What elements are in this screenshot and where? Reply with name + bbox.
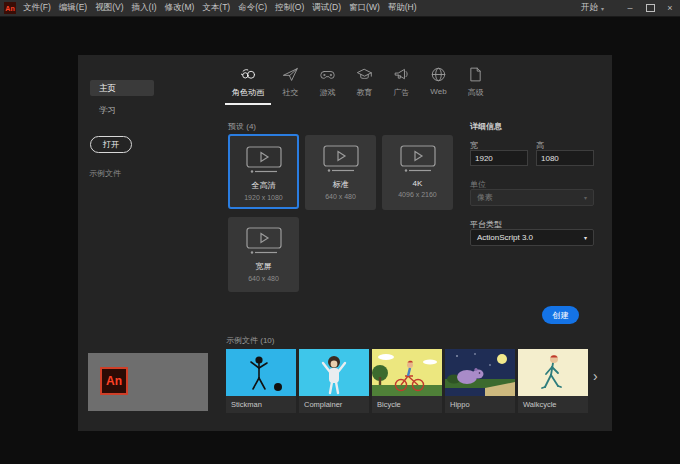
animate-promo-banner[interactable]: An: [88, 353, 208, 411]
video-preset-icon: [398, 144, 438, 174]
tab-label: Web: [430, 87, 446, 96]
tab-label: 教育: [357, 87, 373, 98]
tab-games[interactable]: 游戏: [309, 66, 346, 105]
tab-label: 社交: [283, 87, 299, 98]
next-samples-chevron-icon[interactable]: ›: [593, 368, 598, 384]
menu-item-window[interactable]: 窗口(W): [349, 2, 380, 14]
height-field[interactable]: [536, 150, 594, 166]
units-dropdown[interactable]: 像素 ▾: [470, 189, 594, 206]
menu-item-file[interactable]: 文件(F): [23, 2, 51, 14]
preset-name: 宽屏: [228, 261, 299, 272]
tab-label: 广告: [394, 87, 410, 98]
tab-label: 高级: [468, 87, 484, 98]
tab-advanced[interactable]: 高级: [457, 66, 494, 105]
preset-card-standard[interactable]: 标准 640 x 480: [305, 135, 376, 210]
stickman-thumbnail: [226, 349, 296, 396]
workspace-switcher[interactable]: 开始: [581, 2, 598, 14]
tab-label: 游戏: [320, 87, 336, 98]
platform-value: ActionScript 3.0: [477, 233, 533, 242]
bicycle-thumbnail: [372, 349, 442, 396]
category-tabs: 角色动画 社交 游戏 教育 广告: [224, 66, 494, 105]
samples-header: 示例文件 (10): [226, 335, 274, 346]
units-value: 像素: [477, 192, 493, 203]
hippo-thumbnail: [445, 349, 515, 396]
sidebar-item-home[interactable]: 主页: [90, 80, 154, 96]
title-bar: An 文件(F) 编辑(E) 视图(V) 插入(I) 修改(M) 文本(T) 命…: [0, 0, 680, 17]
globe-icon: [430, 66, 447, 83]
tab-ads[interactable]: 广告: [383, 66, 420, 105]
sample-name: Complainer: [299, 396, 369, 413]
sample-card-stickman[interactable]: Stickman: [226, 349, 296, 413]
chevron-down-icon: ▾: [584, 234, 587, 241]
minimize-button[interactable]: –: [620, 0, 640, 16]
animate-app-icon: An: [4, 2, 16, 14]
character-animation-icon: [240, 66, 257, 83]
paper-plane-icon: [282, 66, 299, 83]
create-button[interactable]: 创建: [542, 306, 579, 324]
sample-card-bicycle[interactable]: Bicycle: [372, 349, 442, 413]
sidebar-item-learn[interactable]: 学习: [99, 105, 116, 117]
platform-dropdown[interactable]: ActionScript 3.0 ▾: [470, 229, 594, 246]
tab-selected-underline: [225, 103, 271, 105]
preset-size: 4096 x 2160: [382, 191, 453, 198]
sample-name: Bicycle: [372, 396, 442, 413]
animate-logo-icon: An: [100, 367, 128, 395]
menu-item-text[interactable]: 文本(T): [202, 2, 230, 14]
menu-item-control[interactable]: 控制(O): [275, 2, 304, 14]
chevron-down-icon: ▾: [601, 5, 604, 12]
preset-size: 640 x 480: [305, 193, 376, 200]
restore-icon: [646, 4, 655, 12]
preset-card-widescreen[interactable]: 宽屏 640 x 480: [228, 217, 299, 292]
preset-card-4k[interactable]: 4K 4096 x 2160: [382, 135, 453, 210]
sidebar-samples-label[interactable]: 示例文件: [89, 168, 121, 179]
width-field[interactable]: [470, 150, 528, 166]
tab-social[interactable]: 社交: [272, 66, 309, 105]
chevron-down-icon: ▾: [584, 194, 587, 201]
menu-item-view[interactable]: 视图(V): [95, 2, 123, 14]
menu-item-modify[interactable]: 修改(M): [165, 2, 195, 14]
video-preset-icon: [321, 144, 361, 174]
sample-name: Stickman: [226, 396, 296, 413]
open-button[interactable]: 打开: [90, 136, 132, 153]
video-preset-icon: [244, 145, 284, 175]
sample-card-hippo[interactable]: Hippo: [445, 349, 515, 413]
sample-name: Hippo: [445, 396, 515, 413]
game-controller-icon: [319, 66, 336, 83]
menu-item-insert[interactable]: 插入(I): [132, 2, 157, 14]
document-icon: [467, 66, 484, 83]
preset-card-fullhd[interactable]: 全高清 1920 x 1080: [228, 134, 299, 209]
home-screen-panel: 主页 学习 打开 示例文件 An 角色动画 社交 游戏: [78, 55, 612, 431]
presets-header: 预设 (4): [228, 121, 256, 132]
menu-item-commands[interactable]: 命令(C): [238, 2, 267, 14]
tab-education[interactable]: 教育: [346, 66, 383, 105]
walkcycle-thumbnail: [518, 349, 588, 396]
tab-label: 角色动画: [232, 87, 264, 98]
preset-name: 全高清: [230, 180, 297, 191]
preset-name: 标准: [305, 179, 376, 190]
tab-web[interactable]: Web: [420, 66, 457, 105]
menu-item-debug[interactable]: 调试(D): [312, 2, 341, 14]
preset-name: 4K: [382, 179, 453, 188]
complainer-thumbnail: [299, 349, 369, 396]
details-title: 详细信息: [470, 121, 502, 132]
preset-size: 1920 x 1080: [230, 194, 297, 201]
sample-card-walkcycle[interactable]: Walkcycle: [518, 349, 588, 413]
sample-name: Walkcycle: [518, 396, 588, 413]
restore-button[interactable]: [640, 0, 660, 17]
tab-character-animation[interactable]: 角色动画: [224, 66, 272, 105]
close-button[interactable]: ×: [660, 0, 680, 16]
preset-size: 640 x 480: [228, 275, 299, 282]
graduation-cap-icon: [356, 66, 373, 83]
sample-card-complainer[interactable]: Complainer: [299, 349, 369, 413]
video-preset-icon: [244, 226, 284, 256]
menu-item-help[interactable]: 帮助(H): [388, 2, 417, 14]
megaphone-icon: [393, 66, 410, 83]
menu-item-edit[interactable]: 编辑(E): [59, 2, 87, 14]
